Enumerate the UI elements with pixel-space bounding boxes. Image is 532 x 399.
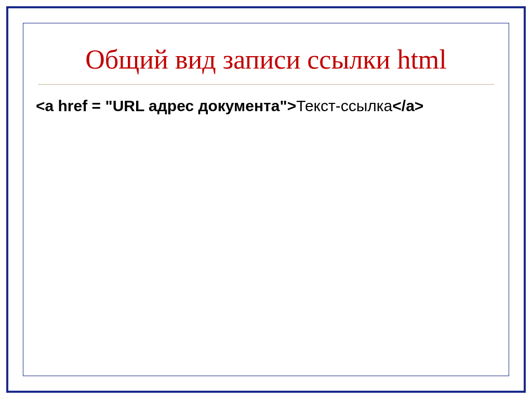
- code-link-text: Текст-ссылка: [296, 97, 392, 114]
- slide-title: Общий вид записи ссылки html: [34, 44, 498, 75]
- code-example: <a href = "URL адрес документа">Текст-сс…: [34, 97, 498, 115]
- title-divider: [38, 84, 494, 85]
- code-open-tag: <a href = "URL адрес документа">: [36, 97, 296, 114]
- slide-outer-border: Общий вид записи ссылки html <a href = "…: [6, 6, 526, 393]
- code-close-tag: </a>: [392, 97, 423, 114]
- slide-inner-border: Общий вид записи ссылки html <a href = "…: [23, 23, 509, 376]
